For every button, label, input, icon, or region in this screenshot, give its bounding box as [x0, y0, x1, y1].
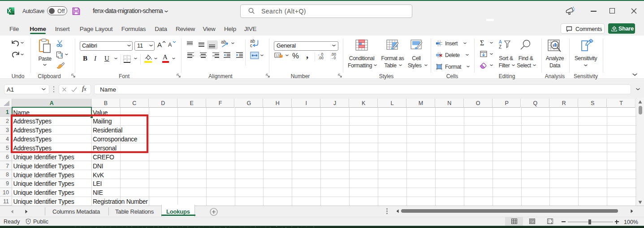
svg-text:A: A [499, 39, 502, 44]
svg-text:→0: →0 [330, 56, 336, 60]
svg-text:.00: .00 [318, 56, 324, 60]
svg-text:c: c [250, 43, 252, 48]
svg-text:X: X [8, 8, 11, 13]
svg-text:Z: Z [499, 44, 501, 49]
svg-text:ab: ab [221, 39, 226, 44]
